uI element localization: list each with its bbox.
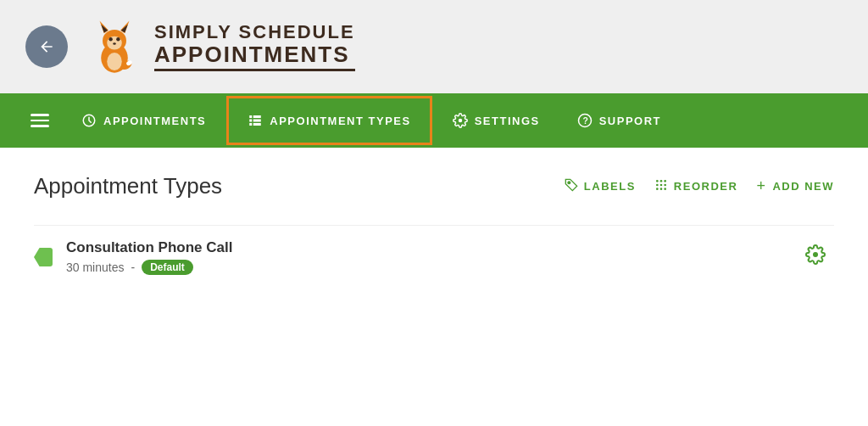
svg-rect-15 [253,115,261,118]
labels-label: LABELS [584,180,636,193]
content-area: Appointment Types LABELS [0,148,868,426]
brand-text: SIMPLY SCHEDULE APPOINTMENTS [154,22,355,71]
appointment-meta: 30 minutes - Default [66,260,792,275]
svg-point-24 [660,180,663,182]
label-tag-icon [565,178,578,195]
reorder-label: REORDER [674,180,738,193]
appointment-color-label [34,248,53,266]
nav-item-settings[interactable]: SETTINGS [434,93,559,148]
svg-point-31 [664,188,666,190]
hamburger-line [31,120,49,122]
svg-rect-17 [253,120,261,122]
svg-point-23 [656,180,659,182]
svg-rect-19 [253,123,261,126]
page-title: Appointment Types [34,173,222,199]
svg-point-30 [660,188,663,190]
content-header: Appointment Types LABELS [34,173,834,199]
svg-rect-16 [250,120,253,122]
svg-point-29 [656,188,659,190]
appointment-info: Consultation Phone Call 30 minutes - Def… [66,239,792,275]
svg-rect-14 [250,115,253,118]
nav-settings-label: SETTINGS [475,115,540,127]
nav-bar: APPOINTMENTS APPOINTMENT TYPES SETTINGS [0,93,868,148]
brand-underline [154,69,355,71]
reorder-button[interactable]: REORDER [654,178,738,195]
brand-line2: APPOINTMENTS [154,42,355,67]
hamburger-line [31,114,49,116]
settings-gear-icon [453,113,468,128]
add-new-label: ADD NEW [772,180,834,193]
svg-point-9 [113,42,116,45]
svg-point-8 [116,37,120,41]
nav-item-appointments[interactable]: APPOINTMENTS [63,93,225,148]
appointment-name: Consultation Phone Call [66,239,792,256]
appointment-duration: 30 minutes [66,261,124,274]
question-icon: ? [577,113,593,128]
action-buttons: LABELS REORDER + ADD NEW [565,177,834,195]
reorder-grid-icon [654,178,668,195]
svg-point-26 [656,183,659,186]
nav-item-support[interactable]: ? SUPPORT [559,93,680,148]
fox-logo-icon [85,17,144,76]
nav-item-appointment-types[interactable]: APPOINTMENT TYPES [226,96,431,145]
back-button[interactable] [25,25,68,68]
brand-line1: SIMPLY SCHEDULE [154,22,355,42]
svg-point-7 [108,37,112,41]
labels-button[interactable]: LABELS [565,178,636,195]
nav-appointment-types-label: APPOINTMENT TYPES [270,115,410,127]
svg-point-28 [664,183,666,186]
nav-support-label: SUPPORT [599,115,661,127]
list-icon [248,113,263,128]
svg-text:?: ? [582,115,589,126]
table-row: Consultation Phone Call 30 minutes - Def… [34,225,834,289]
add-new-button[interactable]: + ADD NEW [756,177,834,195]
plus-icon: + [756,177,766,195]
nav-appointments-label: APPOINTMENTS [103,115,206,127]
back-arrow-icon [38,38,55,55]
clock-icon [81,113,97,128]
appointment-types-list: Consultation Phone Call 30 minutes - Def… [34,225,834,289]
default-badge: Default [142,260,193,275]
svg-point-27 [660,183,663,186]
hamburger-line [31,125,49,127]
svg-rect-18 [250,123,253,126]
svg-point-25 [664,180,666,182]
header: SIMPLY SCHEDULE APPOINTMENTS [0,0,868,93]
logo-area: SIMPLY SCHEDULE APPOINTMENTS [85,17,355,76]
svg-point-22 [567,181,570,184]
svg-point-10 [107,53,122,70]
appointment-settings-gear-icon[interactable] [805,244,826,270]
hamburger-menu-button[interactable] [17,105,63,136]
